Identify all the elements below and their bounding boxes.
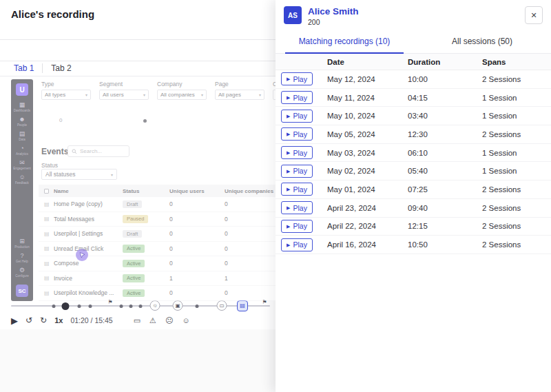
app-sidebar: U ▦Dashboards☻People▤Data◔Analytics✉Enga… [11, 79, 33, 301]
play-button[interactable]: ▶Play [281, 72, 313, 85]
sidebar-item-feedback[interactable]: ☺Feedback [13, 174, 31, 185]
filter-select[interactable]: All users▾ [99, 90, 149, 100]
sidebar-item-label: Configure [15, 274, 29, 278]
user-name[interactable]: Alice Smith [308, 6, 359, 17]
recording-row: ▶PlayMay 03, 202406:101 Session [276, 144, 551, 163]
play-button[interactable]: ▶Play [281, 238, 313, 251]
sidebar-item-production[interactable]: ⊞Production [14, 238, 30, 249]
table-row[interactable]: ▤InvoiceActive11 [39, 271, 276, 287]
playhead[interactable] [61, 302, 69, 310]
alert-icon[interactable]: ⚠ [149, 316, 156, 325]
status-cell: Active [123, 274, 169, 282]
recording-date: May 03, 2024 [327, 149, 408, 157]
time-display: 01:20 / 15:45 [70, 316, 112, 324]
cursor-icon [79, 252, 85, 258]
recording-duration: 09:40 [408, 204, 482, 212]
recording-duration: 05:40 [408, 167, 482, 175]
status-filter-value: All statuses [45, 171, 75, 178]
sidebar-item-get-help[interactable]: ?Get Help [14, 252, 30, 263]
recording-tabs: Tab 1 Tab 2 [14, 63, 72, 73]
comment-icon[interactable]: ▭ [134, 316, 141, 325]
frown-icon[interactable]: ☹ [165, 316, 173, 325]
play-button[interactable]: ▶Play [281, 146, 313, 159]
status-filter-select[interactable]: All statuses ▾ [41, 169, 117, 180]
play-button[interactable]: ▶Play [281, 110, 313, 123]
filter-select[interactable]: All pages▾ [215, 90, 264, 100]
forward-10-button[interactable]: ↻ [40, 316, 47, 325]
tab-1[interactable]: Tab 1 [14, 63, 42, 73]
table-row[interactable]: ▤Total MessagesPaused00 [39, 212, 276, 227]
table-row[interactable]: ▤Unread Email ClickActive00 [39, 242, 276, 257]
tab-all-sessions[interactable]: All sessions (50) [413, 30, 551, 53]
sidebar-item-label: People [17, 123, 27, 127]
play-button[interactable]: ▶Play [281, 183, 313, 196]
play-button[interactable]: ▶Play [281, 127, 313, 141]
recording-spans: 1 Session [482, 167, 551, 175]
table-row[interactable]: ▤ComposeActive00 [39, 256, 276, 271]
active-marker-icon[interactable]: ▤ [237, 300, 248, 311]
sidebar-item-data[interactable]: ▤Data [13, 130, 31, 141]
configure-icon: ⚙ [19, 267, 25, 274]
play-cell: ▶Play [281, 201, 327, 214]
smiley-marker-icon[interactable]: ☺ [150, 300, 160, 311]
play-button[interactable]: ▶Play [281, 201, 313, 214]
table-row[interactable]: ▤Home Page (copy)Draft00 [39, 197, 276, 212]
engagement-icon: ✉ [19, 159, 25, 166]
sidebar-avatar[interactable]: SC [16, 285, 28, 297]
unique-companies-value: 0 [225, 289, 276, 296]
play-cell: ▶Play [281, 91, 327, 104]
image-marker-icon[interactable]: ▣ [173, 300, 183, 311]
app: Alice's recording Tab 1 Tab 2 U ▦Dashboa… [0, 0, 551, 392]
play-button[interactable]: ▶Play [281, 91, 313, 104]
status-badge: Active [123, 260, 145, 268]
close-button[interactable]: ✕ [525, 6, 543, 24]
sidebar-item-dashboards[interactable]: ▦Dashboards [13, 101, 31, 112]
player-controls: ▶ ↺ ↻ 1x 01:20 / 15:45 ▭⚠☹☺ [11, 311, 190, 329]
unique-users-value: 0 [169, 260, 225, 267]
search-input[interactable] [80, 148, 125, 154]
sidebar-item-configure[interactable]: ⚙Configure [14, 267, 30, 278]
smile-icon[interactable]: ☺ [182, 316, 189, 325]
filter-select[interactable]: All types▾ [41, 90, 91, 100]
recording-row: ▶PlayApril 22, 202412:152 Sessions [276, 218, 551, 236]
status-cell: Active [123, 289, 169, 298]
play-label: Play [293, 149, 306, 157]
filter-select[interactable]: All companies▾ [157, 90, 207, 100]
speed-button[interactable]: 1x [54, 316, 63, 324]
unique-companies-value: 0 [225, 245, 276, 252]
event-name: Userpilot | Settings [54, 230, 123, 237]
chevron-down-icon: ▾ [201, 92, 203, 97]
play-button[interactable]: ▶Play [281, 220, 313, 233]
events-table-header: Name Status Unique users Unique companie… [39, 185, 276, 197]
sidebar-item-label: Production [14, 245, 30, 249]
sidebar-item-people[interactable]: ☻People [13, 116, 31, 127]
tab-2[interactable]: Tab 2 [42, 63, 71, 73]
play-button[interactable]: ▶ [11, 316, 18, 326]
sidebar-item-engagement[interactable]: ✉Engagement [13, 159, 31, 170]
tab-matching-recordings[interactable]: Matching recordings (10) [276, 30, 413, 53]
recordings-table-header: Date Duration Spans [276, 54, 551, 70]
filters-row: TypeAll types▾SegmentAll users▾CompanyAl… [41, 81, 276, 100]
play-icon: ▶ [287, 205, 290, 210]
table-row[interactable]: ▤Userpilot Knowledge ...Active00 [39, 286, 276, 301]
recording-date: May 02, 2024 [327, 167, 408, 175]
search-icon [72, 149, 77, 154]
recording-date: May 10, 2024 [327, 112, 408, 120]
table-row[interactable]: ▤Userpilot | SettingsDraft00 [39, 227, 276, 242]
events-search[interactable] [67, 145, 129, 157]
events-table: Name Status Unique users Unique companie… [39, 185, 276, 301]
recording-spans: 2 Sessions [482, 204, 551, 212]
chat-marker-icon[interactable]: ▭ [217, 300, 227, 311]
recording-date: April 23, 2024 [327, 204, 408, 212]
filter-label: Segment [99, 81, 149, 87]
recording-row: ▶PlayMay 11, 202404:151 Session [276, 89, 551, 107]
sidebar-item-analytics[interactable]: ◔Analytics [13, 145, 31, 156]
play-button[interactable]: ▶Play [281, 165, 313, 178]
sidebar-item-label: Data [19, 138, 25, 141]
recording-date: May 05, 2024 [327, 130, 408, 138]
unique-users-value: 0 [169, 230, 225, 237]
rewind-10-button[interactable]: ↺ [25, 316, 32, 325]
timeline[interactable]: ⚑☺▣▭▤⚑ [11, 301, 270, 312]
recording-row: ▶PlayMay 05, 202412:302 Sessions [276, 125, 551, 144]
select-all-checkbox[interactable] [44, 189, 49, 194]
